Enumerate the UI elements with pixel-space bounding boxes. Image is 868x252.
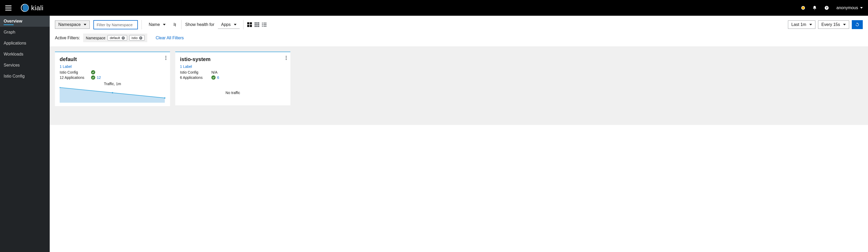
svg-rect-14 — [256, 26, 257, 27]
topbar-actions: ? anonymous — [801, 5, 863, 10]
remove-chip-icon[interactable]: ✕ — [139, 36, 142, 39]
istio-config-label: Istio Config — [60, 70, 91, 75]
apps-count-link[interactable]: 12 — [97, 76, 101, 80]
health-for-select[interactable]: Apps — [218, 21, 239, 29]
sidebar-item-overview[interactable]: Overview — [0, 16, 50, 27]
filter-type-select[interactable]: Namespace — [55, 21, 90, 29]
sidebar: Overview Graph Applications Workloads Se… — [0, 16, 50, 252]
istio-config-row: Istio Config N/A — [180, 70, 286, 75]
apps-label: 6 Applications — [180, 76, 211, 80]
sort-by-select[interactable]: Name — [146, 21, 169, 29]
help-icon[interactable]: ? — [824, 5, 829, 10]
svg-point-30 — [286, 59, 287, 60]
view-compact-icon[interactable] — [247, 22, 252, 27]
svg-rect-12 — [258, 24, 259, 25]
svg-rect-10 — [254, 24, 256, 25]
namespace-card-istio-system: istio-system 1 Label Istio Config N/A 6 … — [175, 52, 290, 105]
refresh-interval-select[interactable]: Every 15s — [818, 21, 849, 29]
user-menu[interactable]: anonymous — [836, 5, 863, 10]
refresh-icon — [855, 22, 860, 27]
user-name: anonymous — [836, 5, 858, 10]
filter-chip: default ✕ — [107, 35, 127, 40]
namespace-card-default: default 1 Label Istio Config 12 Applicat… — [55, 52, 170, 106]
sidebar-item-services[interactable]: Services — [0, 60, 50, 71]
filter-chip: istio ✕ — [129, 35, 145, 40]
svg-rect-9 — [258, 22, 259, 24]
svg-point-26 — [112, 92, 113, 93]
applications-row: 12 Applications 12 — [60, 75, 165, 80]
labels-link[interactable]: 1 Label — [60, 64, 72, 68]
svg-point-18 — [262, 24, 263, 25]
svg-point-20 — [262, 26, 263, 27]
clear-filters-link[interactable]: Clear All Filters — [156, 36, 184, 40]
no-traffic-label: No traffic — [180, 80, 286, 103]
svg-rect-15 — [258, 26, 259, 27]
svg-point-22 — [165, 56, 166, 57]
cards-area: default 1 Label Istio Config 12 Applicat… — [50, 46, 868, 125]
brand-text: kiali — [31, 4, 43, 12]
active-filters-row: Active Filters: Namespace default ✕ isti… — [50, 32, 868, 46]
svg-rect-19 — [264, 24, 267, 25]
kiali-logo-icon — [21, 4, 29, 12]
card-title: default — [60, 56, 165, 62]
svg-point-24 — [165, 59, 166, 60]
svg-rect-8 — [256, 22, 257, 24]
card-title: istio-system — [180, 56, 286, 62]
svg-rect-3 — [247, 22, 249, 24]
caret-down-icon — [809, 24, 812, 25]
svg-rect-6 — [250, 25, 252, 27]
caret-down-icon — [163, 24, 165, 25]
refresh-button[interactable] — [852, 20, 863, 29]
sidebar-item-applications[interactable]: Applications — [0, 38, 50, 49]
remove-chip-icon[interactable]: ✕ — [122, 36, 125, 39]
divider — [243, 20, 244, 29]
svg-rect-7 — [254, 22, 256, 24]
sidebar-item-graph[interactable]: Graph — [0, 27, 50, 38]
svg-rect-4 — [250, 22, 252, 24]
svg-point-23 — [165, 57, 166, 58]
toolbar: Namespace Name Show health for Apps — [50, 16, 868, 32]
applications-row: 6 Applications 6 — [180, 75, 286, 80]
svg-text:?: ? — [826, 6, 828, 9]
time-range-select[interactable]: Last 1m — [788, 21, 815, 29]
svg-rect-5 — [247, 25, 249, 27]
view-expand-icon[interactable] — [254, 22, 259, 27]
svg-point-28 — [286, 56, 287, 57]
divider — [142, 20, 142, 29]
istio-config-value: N/A — [211, 70, 217, 75]
health-ok-icon — [91, 70, 95, 75]
caret-down-icon — [860, 7, 863, 9]
labels-link[interactable]: 1 Label — [180, 64, 192, 68]
svg-rect-11 — [256, 24, 257, 25]
brand-logo[interactable]: kiali — [21, 4, 43, 12]
main-content: Namespace Name Show health for Apps — [50, 16, 868, 252]
svg-rect-17 — [264, 23, 267, 24]
traffic-sparkline — [60, 87, 165, 103]
health-ok-icon — [91, 76, 95, 80]
kebab-menu-icon[interactable] — [286, 56, 287, 60]
istio-config-label: Istio Config — [180, 70, 211, 75]
menu-toggle-icon[interactable] — [5, 5, 11, 11]
apps-label: 12 Applications — [60, 76, 91, 80]
sort-direction-icon[interactable] — [173, 22, 178, 27]
kebab-menu-icon[interactable] — [165, 56, 166, 60]
filter-input[interactable] — [93, 20, 138, 29]
sidebar-item-workloads[interactable]: Workloads — [0, 49, 50, 60]
traffic-label: Traffic, 1m — [60, 82, 165, 86]
health-ok-icon — [211, 76, 216, 80]
caret-down-icon — [234, 24, 237, 25]
apps-count-link[interactable]: 6 — [217, 76, 219, 80]
svg-point-29 — [286, 57, 287, 58]
caret-down-icon — [843, 24, 846, 25]
view-list-icon[interactable] — [262, 22, 267, 27]
sidebar-item-istio-config[interactable]: Istio Config — [0, 71, 50, 82]
mesh-status-icon[interactable] — [801, 6, 805, 10]
topbar: kiali ? anonymous — [0, 0, 868, 16]
filter-group-namespace: Namespace default ✕ istio ✕ — [83, 33, 147, 42]
active-filters-label: Active Filters: — [55, 36, 80, 40]
svg-point-16 — [262, 23, 263, 24]
filter-group-label: Namespace — [86, 36, 105, 40]
notifications-icon[interactable] — [812, 5, 817, 10]
svg-rect-13 — [254, 26, 256, 27]
health-for-label: Show health for — [185, 22, 214, 27]
